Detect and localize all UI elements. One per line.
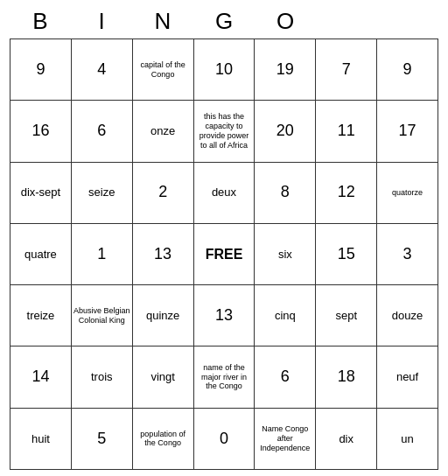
cell-27: 3 [377,224,438,285]
bingo-grid: 94capital of the Congo101979166onzethis … [10,38,438,470]
cell-3: 10 [194,39,256,101]
cell-1: 4 [72,39,133,101]
cell-11: 20 [255,101,316,162]
header-b: B [10,6,71,37]
header-n: N [132,6,193,37]
cell-45: 0 [194,409,256,470]
cell-37: vingt [133,346,194,408]
cell-38: name of the major river in the Congo [194,346,256,408]
cell-26: 15 [316,224,377,285]
cell-17: deux [194,163,256,224]
cell-25: six [255,224,316,285]
cell-5: 7 [316,39,377,101]
cell-23: 13 [133,224,194,285]
cell-19: 12 [316,163,377,224]
cell-0: 9 [10,39,72,101]
cell-30: quinze [133,285,194,346]
cell-15: seize [72,163,133,224]
cell-7: 16 [10,101,72,162]
cell-31: 13 [194,285,256,346]
cell-6: 9 [377,39,438,101]
cell-28: treize [10,285,72,346]
cell-48: un [377,409,438,470]
header-blank1 [316,6,377,37]
header-o: O [255,6,316,37]
cell-20: quatorze [377,163,438,224]
bingo-header: B I N G O [10,6,438,37]
cell-13: 17 [377,101,438,162]
cell-44: population of the Congo [133,409,194,470]
cell-16: 2 [133,163,194,224]
cell-34: douze [377,285,438,346]
cell-24: FREE [194,224,256,285]
cell-32: cinq [255,285,316,346]
cell-42: huit [10,409,72,470]
cell-21: quatre [10,224,72,285]
cell-29: Abusive Belgian Colonial King [72,285,133,346]
bingo-container: B I N G O 94capital of the Congo10197916… [10,6,438,470]
cell-22: 1 [72,224,133,285]
cell-47: dix [316,409,377,470]
cell-41: neuf [377,346,438,408]
cell-40: 18 [316,346,377,408]
cell-12: 11 [316,101,377,162]
cell-18: 8 [255,163,316,224]
cell-35: 14 [10,346,72,408]
cell-8: 6 [72,101,133,162]
cell-39: 6 [255,346,316,408]
header-g: G [193,6,255,37]
header-blank2 [377,6,438,37]
cell-4: 19 [255,39,316,101]
cell-2: capital of the Congo [133,39,194,101]
cell-46: Name Congo after Independence [255,409,316,470]
cell-14: dix-sept [10,163,72,224]
cell-10: this has the capacity to provide power t… [194,101,256,162]
cell-36: trois [72,346,133,408]
cell-33: sept [316,285,377,346]
cell-43: 5 [72,409,133,470]
header-i: I [71,6,132,37]
cell-9: onze [133,101,194,162]
